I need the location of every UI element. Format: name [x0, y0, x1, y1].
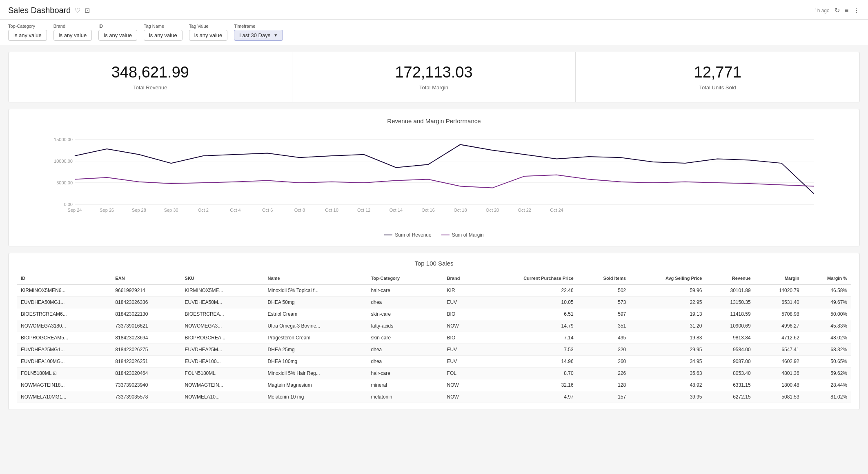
table-cell: EUV: [443, 297, 479, 308]
table-cell: 573: [578, 297, 630, 308]
svg-text:Oct 10: Oct 10: [325, 208, 338, 213]
share-icon[interactable]: ⊡: [85, 7, 90, 14]
kpi-card-0: 348,621.99 Total Revenue: [9, 52, 292, 102]
table-cell: 8.70: [479, 368, 578, 379]
table-cell: DHEA 100mg: [264, 356, 367, 368]
svg-text:Sep 26: Sep 26: [100, 208, 114, 213]
table-cell: 19.83: [630, 332, 706, 344]
chart-title: Revenue and Margin Performance: [17, 117, 851, 124]
filter-pill-1[interactable]: is any value: [53, 30, 92, 41]
svg-text:5000.00: 5000.00: [56, 180, 73, 185]
table-cell: 9087.00: [706, 356, 754, 368]
table-cell: EUVDHEA25MG1...: [17, 344, 111, 356]
table-cell: 39.95: [630, 391, 706, 403]
filter-icon[interactable]: ≡: [845, 7, 848, 14]
filter-pill-4[interactable]: is any value: [189, 30, 228, 41]
table-cell: 96619929214: [111, 284, 180, 297]
filter-group-5: TimeframeLast 30 Days ▼: [234, 24, 283, 41]
filter-pill-5[interactable]: Last 30 Days ▼: [234, 30, 283, 41]
table-cell: 226: [578, 368, 630, 379]
table-cell: Pregnenolone Capsul...: [264, 403, 367, 403]
header: Sales Dashboard ♡ ⊡ 1h ago ↻ ≡ ⋮: [0, 0, 868, 20]
svg-text:Oct 22: Oct 22: [518, 208, 531, 213]
table-cell: KIRMINOX5ME...: [181, 284, 264, 297]
table-cell: 81.02%: [803, 391, 851, 403]
refresh-icon[interactable]: ↻: [835, 7, 840, 14]
table-cell: food-supplement: [367, 403, 443, 403]
table-cell: BIOPROGCREAM5...: [17, 332, 111, 344]
table-cell: Magtein Magnesium: [264, 379, 367, 391]
table-column-header: SKU: [181, 272, 264, 284]
table-cell: 14.96: [479, 356, 578, 368]
table-cell: Minoxidil 5% Hair Reg...: [264, 368, 367, 379]
table-cell: melatonin: [367, 391, 443, 403]
table-cell: dhea: [367, 297, 443, 308]
filter-group-1: Brandis any value: [53, 24, 92, 41]
table-cell: BIOPROGCREA...: [181, 332, 264, 344]
table-row: NOWMELA10MG1...733739035578NOWMELA10...M…: [17, 391, 851, 403]
kpi-value-2: 12,771: [584, 64, 851, 81]
filter-group-2: IDis any value: [98, 24, 137, 41]
table-cell: 1800.48: [755, 379, 803, 391]
table-cell: 818423026589: [111, 403, 180, 403]
svg-text:Oct 20: Oct 20: [486, 208, 499, 213]
header-right: 1h ago ↻ ≡ ⋮: [815, 7, 860, 14]
table-column-header: Avg Selling Price: [630, 272, 706, 284]
table-cell: NOWMAGTEIN18...: [17, 379, 111, 391]
more-icon[interactable]: ⋮: [853, 7, 860, 14]
table-cell: EUVDHEA50M...: [181, 297, 264, 308]
kpi-label-2: Total Units Sold: [584, 84, 851, 91]
table-column-header: Margin: [755, 272, 803, 284]
table-cell: 9584.00: [706, 344, 754, 356]
table-cell: 157: [578, 391, 630, 403]
table-cell: EUV: [443, 403, 479, 403]
table-cell: 6331.15: [706, 379, 754, 391]
table-cell: 4996.27: [755, 320, 803, 332]
table-cell: DHEA 50mg: [264, 297, 367, 308]
kpi-value-1: 172,113.03: [300, 64, 568, 81]
table-row: NOWMAGTEIN18...733739023940NOWMAGTEIN...…: [17, 379, 851, 391]
table-cell: EUVDHEA100...: [181, 356, 264, 368]
table-cell: fatty-acids: [367, 320, 443, 332]
table-row: EUVDHEA100MG...818423026251EUVDHEA100...…: [17, 356, 851, 368]
table-title: Top 100 Sales: [17, 260, 851, 267]
svg-text:Sep 24: Sep 24: [68, 208, 82, 213]
table-cell: 9813.84: [706, 332, 754, 344]
filters-bar: Top-Categoryis any valueBrandis any valu…: [0, 20, 868, 45]
table-cell: KIR: [443, 284, 479, 297]
filter-label-1: Brand: [53, 24, 92, 29]
table-column-header: ID: [17, 272, 111, 284]
svg-text:Oct 12: Oct 12: [357, 208, 370, 213]
filter-pill-2[interactable]: is any value: [98, 30, 137, 41]
table-cell: 34.95: [630, 356, 706, 368]
legend-revenue-label: Sum of Revenue: [395, 232, 431, 238]
table-cell: EUVPREG60TAB ⊡: [17, 403, 111, 403]
table-row: BIOESTRCREAM6...818423022130BIOESTRCREA.…: [17, 308, 851, 320]
svg-text:Sep 28: Sep 28: [132, 208, 146, 213]
table-cell: 10.05: [479, 297, 578, 308]
table-cell: NOWOMEGA3180...: [17, 320, 111, 332]
table-cell: 351: [578, 320, 630, 332]
table-cell: 818423026275: [111, 344, 180, 356]
table-cell: FOLN5180ML ⊡: [17, 368, 111, 379]
favorite-icon[interactable]: ♡: [75, 7, 80, 14]
svg-text:15000.00: 15000.00: [54, 137, 73, 142]
table-cell: BIOESTRCREA...: [181, 308, 264, 320]
table-cell: hair-care: [367, 368, 443, 379]
svg-text:Oct 2: Oct 2: [198, 208, 209, 213]
table-cell: Estriol Cream: [264, 308, 367, 320]
kpi-value-0: 348,621.99: [17, 64, 284, 81]
table-section: Top 100 Sales IDEANSKUNameTop-CategoryBr…: [8, 253, 860, 410]
table-cell: 49.67%: [803, 297, 851, 308]
table-cell: 45.83%: [803, 320, 851, 332]
filter-pill-0[interactable]: is any value: [8, 30, 47, 41]
svg-text:Sep 30: Sep 30: [164, 208, 178, 213]
main-content: 348,621.99 Total Revenue 172,113.03 Tota…: [0, 45, 868, 416]
svg-text:Oct 4: Oct 4: [230, 208, 240, 213]
table-cell: 4059.82: [755, 403, 803, 403]
table-cell: 128: [578, 379, 630, 391]
filter-pill-3[interactable]: is any value: [144, 30, 183, 41]
filter-group-3: Tag Nameis any value: [144, 24, 183, 41]
table-cell: 495: [578, 332, 630, 344]
table-cell: BIOESTRCREAM6...: [17, 308, 111, 320]
